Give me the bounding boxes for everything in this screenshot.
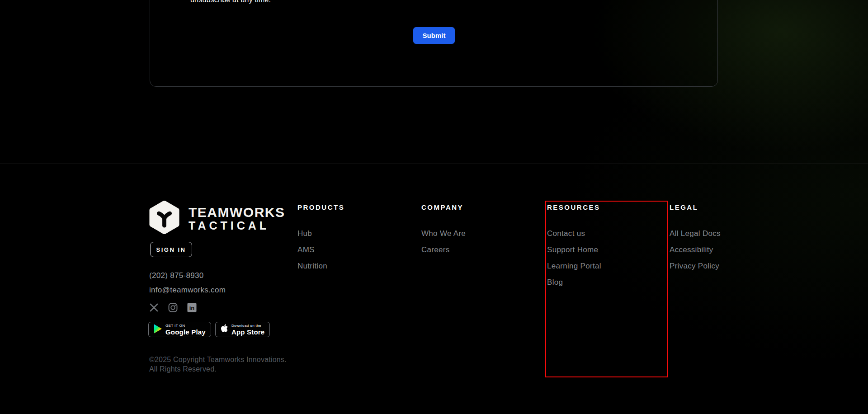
footer-column-links: HubAMSNutrition (297, 229, 401, 278)
social-links-row: in (149, 303, 197, 312)
google-play-badge[interactable]: GET IT ON Google Play (148, 322, 211, 337)
footer-link-nutrition[interactable]: Nutrition (297, 261, 401, 271)
app-store-badge[interactable]: Download on the App Store (215, 322, 270, 337)
footer-link-support-home[interactable]: Support Home (547, 245, 651, 255)
footer-column-title: LEGAL (670, 203, 774, 212)
logo-word-teamworks: TEAMWORKS (189, 205, 285, 220)
x-icon[interactable] (149, 303, 159, 312)
footer-column-title: COMPANY (421, 203, 525, 212)
footer-link-contact-us[interactable]: Contact us (547, 229, 651, 239)
google-play-tagline: GET IT ON (165, 324, 206, 328)
linkedin-icon[interactable]: in (187, 303, 197, 312)
logo-word-tactical: TACTICAL (189, 220, 285, 231)
footer-column-title: PRODUCTS (297, 203, 401, 212)
email-link[interactable]: info@teamworks.com (149, 286, 226, 295)
footer-link-who-we-are[interactable]: Who We Are (421, 229, 525, 239)
footer-link-privacy-policy[interactable]: Privacy Policy (670, 261, 774, 271)
copyright-line2: All Rights Reserved. (149, 364, 287, 374)
footer-column-links: All Legal DocsAccessibilityPrivacy Polic… (670, 229, 774, 278)
footer-column-resources: RESOURCES Contact usSupport HomeLearning… (547, 203, 651, 294)
footer-divider (0, 164, 868, 164)
footer-link-careers[interactable]: Careers (421, 245, 525, 255)
footer-column-title: RESOURCES (547, 203, 651, 212)
footer-link-accessibility[interactable]: Accessibility (670, 245, 774, 255)
app-store-label: App Store (231, 329, 264, 335)
footer-column-links: Contact usSupport HomeLearning PortalBlo… (547, 229, 651, 294)
footer-link-learning-portal[interactable]: Learning Portal (547, 261, 651, 271)
apple-icon (221, 324, 228, 335)
footer-link-hub[interactable]: Hub (297, 229, 401, 239)
footer-column-products: PRODUCTS HubAMSNutrition (297, 203, 401, 278)
footer-link-ams[interactable]: AMS (297, 245, 401, 255)
sign-in-button[interactable]: SIGN IN (150, 242, 192, 257)
google-play-icon (154, 324, 162, 335)
phone-link[interactable]: (202) 875-8930 (149, 271, 203, 280)
submit-button[interactable]: Submit (413, 27, 455, 44)
footer-link-all-legal-docs[interactable]: All Legal Docs (670, 229, 774, 239)
instagram-icon[interactable] (168, 303, 178, 312)
svg-text:in: in (189, 305, 195, 311)
logo-wordmark: TEAMWORKS TACTICAL (189, 205, 285, 231)
footer-column-links: Who We AreCareers (421, 229, 525, 261)
google-play-label: Google Play (165, 329, 206, 335)
footer-link-blog[interactable]: Blog (547, 278, 651, 287)
unsubscribe-note: unsubscribe at any time. (190, 0, 271, 4)
copyright-line1: ©2025 Copyright Teamworks Innovations. (149, 355, 287, 364)
copyright-text: ©2025 Copyright Teamworks Innovations. A… (149, 355, 287, 374)
footer-column-company: COMPANY Who We AreCareers (421, 203, 525, 261)
teamworks-hex-y-icon (149, 201, 179, 236)
app-store-tagline: Download on the (231, 324, 264, 328)
page: unsubscribe at any time. Submit TEAMWORK… (0, 0, 868, 414)
footer-logo[interactable]: TEAMWORKS TACTICAL (149, 201, 285, 236)
app-badges-row: GET IT ON Google Play Download on the Ap… (148, 322, 270, 337)
footer-column-legal: LEGAL All Legal DocsAccessibilityPrivacy… (670, 203, 774, 278)
